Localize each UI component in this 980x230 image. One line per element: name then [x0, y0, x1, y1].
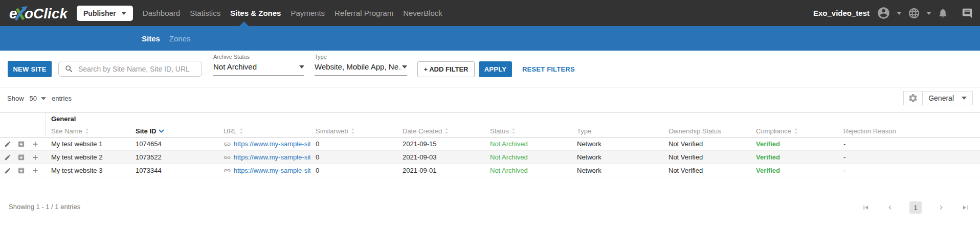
type-filter[interactable]: Type Website, Mobile App, Ne…: [315, 54, 407, 76]
archive-status-filter[interactable]: Archive Status Not Archived: [213, 54, 304, 76]
previous-page-button[interactable]: [886, 203, 894, 212]
sort-icon[interactable]: [85, 128, 89, 134]
add-zone-button[interactable]: [31, 167, 39, 175]
avatar[interactable]: [877, 6, 890, 20]
column-header-date-created[interactable]: Date Created: [403, 127, 442, 135]
add-filter-button[interactable]: + ADD FILTER: [417, 61, 475, 77]
account-circle-icon: [877, 6, 890, 20]
date-created: 2021-09-03: [403, 153, 437, 161]
nav-item-payments[interactable]: Payments: [291, 9, 325, 17]
tab-zones[interactable]: Zones: [169, 34, 191, 43]
chevron-right-icon: [937, 203, 945, 212]
edit-site-button[interactable]: [4, 167, 11, 174]
table-row: My test website 2 1073522 https://www.my…: [0, 151, 980, 164]
svg-text:oClick: oClick: [25, 6, 68, 21]
role-selector-dropdown[interactable]: Publisher: [77, 6, 133, 21]
edit-site-button[interactable]: [4, 154, 11, 161]
reset-filters-button[interactable]: RESET FILTERS: [522, 61, 575, 77]
column-header-site-id[interactable]: Site ID: [136, 127, 156, 135]
search-input[interactable]: [78, 65, 196, 73]
sort-icon[interactable]: [511, 128, 516, 134]
sort-icon[interactable]: [444, 128, 449, 134]
language-button[interactable]: [908, 7, 920, 19]
sort-icon[interactable]: [351, 128, 355, 134]
last-page-icon: [961, 203, 970, 212]
site-id: 1074654: [136, 140, 162, 148]
site-url-link[interactable]: https://www.my-sample-sit…: [234, 167, 310, 174]
site-name: My test website 2: [51, 153, 102, 161]
status-badge: Not Archived: [490, 153, 528, 161]
nav-item-sites-and-zones[interactable]: Sites & Zones: [230, 9, 281, 17]
compliance-badge: Verified: [756, 167, 780, 174]
chat-bubble-icon: [962, 8, 973, 19]
site-id: 1073522: [136, 153, 162, 161]
pencil-icon: [4, 154, 11, 161]
page-size-value: 50: [30, 95, 37, 102]
sites-table: General Site Name Site ID URL Similarweb…: [0, 112, 980, 177]
table-row: My test website 1 1074654 https://www.my…: [0, 137, 980, 151]
pencil-icon: [4, 141, 11, 148]
site-search[interactable]: [58, 61, 202, 77]
type-filter-value: Website, Mobile App, Ne…: [315, 62, 402, 71]
compliance-badge: Verified: [756, 140, 780, 148]
messages-button[interactable]: [962, 8, 973, 19]
view-selector-dropdown[interactable]: General: [923, 91, 972, 105]
column-header-status[interactable]: Status: [490, 127, 509, 135]
table-settings-button[interactable]: [904, 91, 923, 105]
compliance-badge: Verified: [756, 153, 780, 161]
account-menu-dropdown[interactable]: [897, 12, 902, 15]
add-zone-button[interactable]: [31, 140, 39, 148]
column-header-ownership-status[interactable]: Ownership Status: [669, 127, 721, 135]
column-group-row: General: [0, 113, 980, 125]
date-created: 2021-09-01: [403, 167, 437, 174]
sort-icon[interactable]: [239, 128, 243, 134]
language-dropdown[interactable]: [926, 12, 931, 15]
next-page-button[interactable]: [937, 203, 945, 212]
last-page-button[interactable]: [961, 203, 970, 212]
column-header-url[interactable]: URL: [224, 127, 237, 135]
plus-icon: [31, 140, 39, 148]
sort-icon[interactable]: [794, 128, 798, 134]
new-site-button[interactable]: NEW SITE: [8, 61, 52, 77]
link-icon: [224, 167, 231, 175]
page-size-dropdown[interactable]: 50: [29, 95, 47, 102]
column-header-compliance[interactable]: Compliance: [756, 127, 791, 135]
column-header-similarweb[interactable]: Similarweb: [316, 127, 348, 135]
archive-site-button[interactable]: [17, 167, 25, 174]
sort-desc-icon[interactable]: [159, 129, 164, 133]
section-tab-bar: Sites Zones: [0, 26, 980, 51]
tab-sites[interactable]: Sites: [142, 34, 160, 43]
add-zone-button[interactable]: [31, 153, 39, 162]
status-badge: Not Archived: [490, 140, 528, 148]
table-toolbar: Show 50 entries General: [0, 87, 980, 112]
rejection-reason: -: [843, 167, 845, 174]
site-type: Network: [577, 140, 602, 148]
column-header-type[interactable]: Type: [577, 127, 591, 135]
page-number-button[interactable]: 1: [909, 201, 922, 214]
similarweb-value: 0: [316, 153, 319, 161]
exoclick-logo-icon: e oClick: [9, 4, 69, 22]
first-page-button[interactable]: [861, 203, 871, 212]
site-url-link[interactable]: https://www.my-sample-sit…: [234, 153, 310, 161]
view-selector-value: General: [928, 94, 954, 102]
site-url-link[interactable]: https://www.my-sample-sit…: [234, 140, 310, 148]
archive-site-button[interactable]: [17, 140, 25, 148]
apply-button[interactable]: APPLY: [479, 61, 512, 77]
exoclick-logo[interactable]: e oClick: [9, 4, 69, 22]
table-row: My test website 3 1073344 https://www.my…: [0, 164, 980, 177]
edit-site-button[interactable]: [4, 141, 11, 148]
column-header-rejection-reason[interactable]: Rejection Reason: [843, 127, 896, 135]
pencil-icon: [4, 167, 11, 174]
plus-icon: [31, 153, 39, 162]
pagination: 1: [861, 201, 970, 214]
nav-item-referral-program[interactable]: Referral Program: [335, 9, 393, 17]
nav-item-dashboard[interactable]: Dashboard: [143, 9, 180, 17]
notifications-button[interactable]: [938, 8, 948, 18]
column-header-site-name[interactable]: Site Name: [51, 127, 82, 135]
ownership-status: Not Verified: [669, 153, 703, 161]
archive-site-button[interactable]: [17, 153, 25, 161]
username-label: Exo_video_test: [813, 9, 870, 17]
nav-item-statistics[interactable]: Statistics: [190, 9, 220, 17]
nav-item-neverblock[interactable]: NeverBlock: [403, 9, 442, 17]
first-page-icon: [861, 203, 871, 212]
